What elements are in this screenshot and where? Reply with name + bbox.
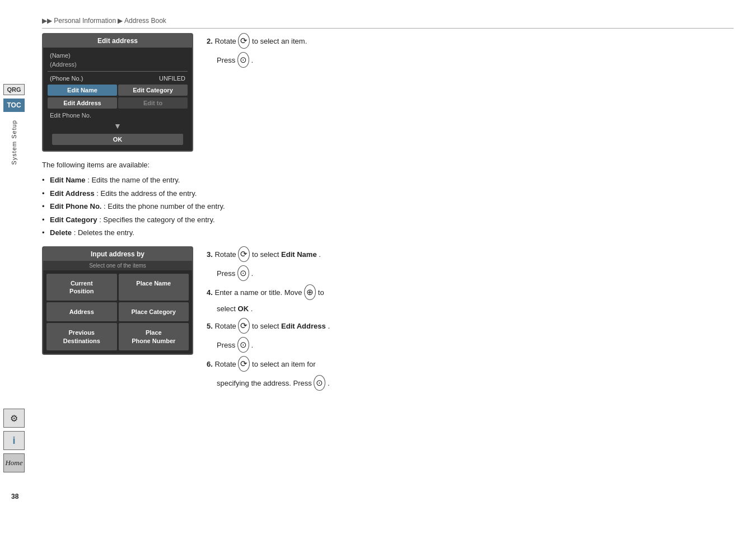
step4-ok: OK	[238, 305, 249, 313]
qrg-button[interactable]: QRG	[3, 84, 25, 95]
screen2-cell2: Place Name	[119, 274, 189, 301]
step2-rotate-text: Rotate	[214, 37, 238, 45]
step5-text1: Rotate	[214, 322, 238, 330]
step4-select: select	[217, 305, 238, 313]
step4-text1: Enter a name or title. Move	[214, 288, 304, 297]
screen1-ok: OK	[52, 134, 183, 145]
bullet-desc-2: : Edits the address of the entry.	[96, 189, 197, 198]
step5-number: 5.	[207, 322, 213, 330]
bullet-item-5: Delete : Deletes the entry.	[42, 226, 734, 240]
step5-press: Press	[217, 341, 237, 349]
step2-line2: Press ⊙ .	[207, 52, 734, 68]
step3-number: 3.	[207, 250, 213, 259]
step4: 4. Enter a name or title. Move ⊕ to	[207, 284, 734, 300]
step3-end: .	[251, 269, 253, 278]
step3: 3. Rotate ⟳ to select Edit Name .	[207, 246, 734, 262]
screen1-body: (Name) (Address) (Phone No.) UNFILED Edi…	[43, 48, 192, 151]
bullet-term-5: Delete	[50, 228, 72, 237]
step2-text2: to select an item.	[252, 37, 307, 45]
bullet-item-4: Edit Category : Specifies the category o…	[42, 213, 734, 227]
step6-line2: specifying the address. Press ⊙ .	[207, 375, 734, 391]
bullet-term-2: Edit Address	[50, 189, 95, 198]
step2-line1: 2. Rotate ⟳ to select an item.	[207, 33, 734, 49]
step5-text2: to select	[252, 322, 281, 330]
screen1-edit-phone: Edit Phone No.	[48, 110, 188, 120]
step5: 5. Rotate ⟳ to select Edit Address .	[207, 318, 734, 334]
step5-line2: Press ⊙ .	[207, 337, 734, 353]
breadcrumb-path2: Address Book	[124, 17, 166, 25]
bullet-list: Edit Name : Edits the name of the entry.…	[42, 174, 734, 240]
input-address-screen: Input address by Select one of the items…	[42, 246, 193, 355]
screen1-row1: Edit Name Edit Category	[48, 85, 188, 96]
screen1-phone-row: (Phone No.) UNFILED	[48, 74, 188, 83]
screen2-cell5: PreviousDestinations	[46, 323, 117, 350]
info-icon-button[interactable]: i	[3, 431, 25, 450]
bullet-term-1: Edit Name	[50, 176, 86, 184]
screen1-edit-dimmed: Edit to	[118, 97, 188, 109]
screen1-address: (Address)	[48, 60, 188, 69]
screen2-subtitle: Select one of the items	[43, 261, 192, 270]
edit-address-screen: Edit address (Name) (Address) (Phone No.…	[42, 33, 193, 152]
step6: 6. Rotate ⟳ to select an item for	[207, 356, 734, 372]
screen1-edit-category: Edit Category	[118, 85, 188, 96]
body-text: The following items are available:	[42, 161, 734, 169]
bullet-desc-3: : Edits the phone number of the entry.	[104, 202, 225, 210]
screen2-cell3: Address	[46, 302, 117, 321]
step5-text3: .	[328, 322, 330, 330]
step3-press: Press	[217, 269, 237, 278]
screen1-unfiled: UNFILED	[159, 75, 185, 82]
step3-text3: .	[319, 250, 321, 259]
screen2-title: Input address by	[43, 247, 192, 261]
bullet-desc-4: : Specifies the category of the entry.	[99, 216, 214, 224]
home-icon-button[interactable]: Home	[3, 453, 25, 472]
step5-bold: Edit Address	[281, 322, 326, 330]
step6-number: 6.	[207, 360, 213, 368]
page-number: 38	[11, 493, 18, 500]
step4-move-icon: ⊕	[304, 284, 316, 300]
step3-text2: to select	[252, 250, 281, 259]
screen1-arrow: ▼	[48, 120, 188, 132]
step3-line2: Press ⊙ .	[207, 265, 734, 281]
second-section: Input address by Select one of the items…	[42, 246, 734, 395]
screen2-cell6: PlacePhone Number	[119, 323, 189, 350]
step2-press-text: Press	[217, 56, 235, 64]
screen1-phone: (Phone No.)	[50, 75, 83, 82]
step4-line2: select OK .	[207, 303, 734, 315]
step4-number: 4.	[207, 288, 213, 297]
step3-bold: Edit Name	[281, 250, 317, 259]
bullet-item-3: Edit Phone No. : Edits the phone number …	[42, 200, 734, 213]
breadcrumb-arrow2: ▶	[118, 17, 123, 25]
bullet-term-3: Edit Phone No.	[50, 202, 101, 210]
bullet-item-1: Edit Name : Edits the name of the entry.	[42, 174, 734, 187]
step2-text: 2. Rotate ⟳ to select an item. Press ⊙ .	[207, 33, 734, 71]
screen1-divider1	[48, 71, 188, 72]
screen1-row2: Edit Address Edit to	[48, 97, 188, 109]
step2-rotate-icon: ⟳	[238, 33, 250, 49]
settings-icon-button[interactable]: ⚙	[3, 409, 25, 428]
breadcrumb: ▶▶ Personal Information ▶ Address Book	[42, 17, 734, 29]
screen1-edit-address: Edit Address	[48, 97, 117, 109]
steps-3-6: 3. Rotate ⟳ to select Edit Name . Press …	[207, 246, 734, 395]
step6-end: .	[328, 379, 330, 387]
step4-end: .	[251, 305, 253, 313]
main-content: ▶▶ Personal Information ▶ Address Book E…	[31, 0, 756, 416]
step3-rotate-icon: ⟳	[238, 246, 250, 262]
screen2-cell1: CurrentPosition	[46, 274, 117, 301]
screen1-edit-name: Edit Name	[48, 85, 117, 96]
breadcrumb-arrows: ▶▶	[42, 17, 52, 25]
step4-text2: to	[318, 288, 324, 297]
step3-text1: Rotate	[214, 250, 238, 259]
screen2-grid: CurrentPosition Place Name Address Place…	[43, 270, 192, 354]
screen1-name: (Name)	[48, 51, 188, 60]
breadcrumb-path1: Personal Information	[54, 17, 116, 25]
step6-text2: to select an item for	[252, 360, 315, 368]
step2-press-icon: ⊙	[237, 52, 249, 68]
step5-rotate-icon: ⟳	[238, 318, 250, 334]
step3-press-icon: ⊙	[237, 265, 249, 281]
system-setup-label: System Setup	[11, 120, 17, 165]
first-section: Edit address (Name) (Address) (Phone No.…	[42, 33, 734, 152]
toc-button[interactable]: TOC	[3, 99, 25, 112]
step6-text1: Rotate	[214, 360, 238, 368]
step6-text3: specifying the address. Press	[217, 379, 314, 387]
bullet-desc-5: : Deletes the entry.	[74, 228, 134, 237]
